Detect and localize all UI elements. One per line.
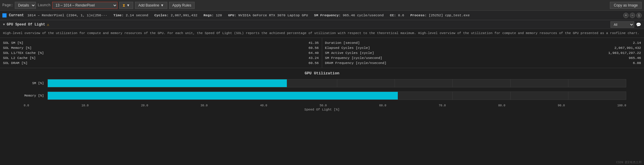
x-axis-label: 90.0: [558, 104, 565, 107]
metric-row: DRAM Frequency [cycle/nsecond]6.08: [325, 60, 641, 65]
metric-name: DRAM Frequency [cycle/nsecond]: [325, 61, 387, 65]
metric-value: 43.24: [309, 56, 319, 60]
metric-row: SOL L2 Cache [%]43.24: [3, 55, 319, 60]
add-baseline-button[interactable]: Add Baseline ▼: [135, 2, 167, 9]
page-label: Page:: [2, 3, 13, 7]
current-row: Current 1014 – RenderPixel (2304, 1, 1)x…: [0, 11, 644, 20]
collapse-arrow-icon[interactable]: ▼: [3, 23, 5, 26]
page-select[interactable]: Details: [15, 2, 36, 9]
warning-icon: ⚠: [47, 22, 49, 27]
x-axis-label: 80.0: [498, 104, 505, 107]
minus-button[interactable]: −: [630, 13, 635, 18]
metric-value: 60.56: [309, 61, 319, 65]
chart-grid-line: [452, 79, 453, 87]
metric-row: SOL SM [%]41.35: [3, 40, 319, 45]
chart-grid-line: [626, 79, 626, 87]
metric-row: SM Active Cycles [cycle]1,983,017,297.22: [325, 50, 641, 55]
watermark: CSDN @没有杰土邦: [616, 160, 642, 164]
description-text: High-level overview of the utilization f…: [3, 31, 639, 35]
metric-value: 2,067,991,432: [614, 46, 641, 50]
section-controls: All 💬: [610, 21, 641, 28]
toolbar: Page: Details Launch 13 – 1014 – RenderP…: [0, 0, 644, 11]
filter-arrow: ▼: [126, 3, 130, 7]
filter-icon: ⧗: [123, 3, 125, 8]
metric-name: SOL SM [%]: [3, 41, 23, 45]
chart-grid-line: [452, 92, 453, 100]
metrics-left: SOL SM [%]41.35SOL Memory [%]60.56SOL L1…: [0, 38, 322, 68]
chart-grid-line: [510, 92, 511, 100]
metric-name: SOL L2 Cache [%]: [3, 56, 36, 60]
chart-title: GPU Utilization: [0, 69, 644, 77]
x-axis-label: 50.0: [319, 104, 327, 107]
chart-bar-container: [47, 79, 626, 87]
chart-grid-line: [568, 92, 568, 100]
metrics-right: Duration [second]2.14Elapsed Cycles [cyc…: [322, 38, 644, 68]
metric-row: SOL Memory [%]60.56: [3, 45, 319, 50]
section-title: GPU Speed Of Light: [7, 23, 45, 27]
x-axis-label: 40.0: [260, 104, 267, 107]
chart-bar: [48, 92, 398, 100]
x-axis-label: 70.0: [439, 104, 446, 107]
metric-value: 2.14: [633, 41, 641, 45]
metric-row: Duration [second]2.14: [325, 40, 641, 45]
chart-grid-line: [510, 79, 511, 87]
metric-name: Elapsed Cycles [cycle]: [325, 46, 370, 50]
metric-row: SM Frequency [cycle/usecond]965.46: [325, 55, 641, 60]
metric-name: SM Active Cycles [cycle]: [325, 51, 374, 55]
metric-value: 6.08: [633, 61, 641, 65]
x-axis-label: 10.0: [82, 104, 89, 107]
metric-value: 60.56: [309, 46, 319, 50]
all-select[interactable]: All: [610, 21, 634, 28]
x-axis-title: Speed Of Light [%]: [0, 107, 644, 113]
x-axis-label: 30.0: [201, 104, 208, 107]
description-area: High-level overview of the utilization f…: [0, 29, 644, 38]
kernel-select[interactable]: 13 – 1014 – RenderPixel: [52, 2, 117, 9]
current-label: Current: [9, 13, 24, 17]
x-axis-label: 100.0: [617, 104, 626, 107]
filter-button[interactable]: ⧗ ▼: [119, 2, 133, 9]
current-controls: + − i: [623, 13, 642, 18]
metric-row: SOL DRAM [%]60.56: [3, 60, 319, 65]
chart-bar: [48, 79, 287, 87]
metric-row: Elapsed Cycles [cycle]2,067,991,432: [325, 45, 641, 50]
chart-grid-line: [395, 79, 395, 87]
apply-rules-button[interactable]: Apply Rules: [169, 2, 195, 9]
chart-bar-row: SM [%]: [24, 79, 626, 87]
metric-name: SOL DRAM [%]: [3, 61, 28, 65]
section-header: ▼ GPU Speed Of Light ⚠ All 💬: [0, 20, 644, 29]
comment-button[interactable]: 💬: [636, 22, 641, 27]
chart-grid-line: [568, 79, 568, 87]
chart-area: SM [%]Memory [%]: [0, 77, 644, 104]
metrics-grid: SOL SM [%]41.35SOL Memory [%]60.56SOL L1…: [0, 38, 644, 68]
metric-value: 965.46: [629, 56, 641, 60]
current-kernel-info: 1014 – RenderPixel (2304, 1, 1)x(256··· …: [27, 13, 621, 17]
metric-name: Duration [second]: [325, 41, 360, 45]
chart-grid-line: [626, 92, 626, 100]
metric-value: 41.35: [309, 41, 319, 45]
chart-bar-label: Memory [%]: [24, 94, 47, 97]
metric-name: SOL Memory [%]: [3, 46, 32, 50]
x-axis-label: 0.0: [24, 104, 29, 107]
chart-bar-container: [47, 92, 626, 100]
chart-grid-line: [337, 79, 337, 87]
current-color-indicator: [2, 13, 7, 17]
chart-bar-row: Memory [%]: [24, 92, 626, 100]
launch-label: Launch: [38, 3, 50, 7]
metric-name: SM Frequency [cycle/usecond]: [325, 56, 382, 60]
main-content: ▼ GPU Speed Of Light ⚠ All 💬 High-level …: [0, 20, 644, 113]
metric-name: SOL L1/TEX Cache [%]: [3, 51, 44, 55]
metric-value: 64.40: [309, 51, 319, 55]
section-title-row: ▼ GPU Speed Of Light ⚠: [3, 22, 49, 27]
x-axis-label: 60.0: [379, 104, 386, 107]
plus-button[interactable]: +: [623, 13, 629, 18]
chart-section: GPU Utilization SM [%]Memory [%] 0.010.0…: [0, 68, 644, 113]
copy-as-image-button[interactable]: Copy as Image: [610, 2, 642, 9]
chart-bar-label: SM [%]: [24, 81, 47, 85]
metric-row: SOL L1/TEX Cache [%]64.40: [3, 50, 319, 55]
x-axis-label: 20.0: [141, 104, 148, 107]
metric-value: 1,983,017,297.22: [608, 51, 641, 55]
info-button[interactable]: i: [636, 13, 642, 18]
